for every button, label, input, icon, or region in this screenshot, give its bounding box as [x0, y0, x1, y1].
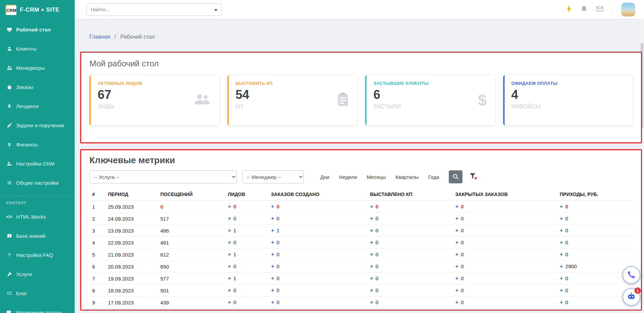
period-weeks-button[interactable]: Недели: [338, 172, 358, 182]
plus-icon[interactable]: +: [560, 299, 563, 305]
stat-card-frozen-clients[interactable]: ЗАСТЫВШИЕ КЛИЕНТЫ 6 ЗАСТЫЛИ $: [365, 75, 495, 125]
stat-card-awaiting-payment[interactable]: ОЖИДАЕМ ОПЛАТЫ 4 ИНВОЙСЫ: [503, 75, 633, 125]
stat-card-send-kp[interactable]: ВЫСТАВИТЬ КП 54 КП: [227, 75, 357, 125]
plus-icon[interactable]: +: [271, 204, 274, 210]
period-months-button[interactable]: Месяцы: [366, 172, 386, 182]
clipboard-icon: [337, 92, 349, 108]
plus-icon[interactable]: +: [228, 239, 231, 246]
debug-bolt-button[interactable]: [566, 5, 572, 14]
sidebar-item-managers[interactable]: Менеджеры: [0, 58, 75, 77]
plus-icon[interactable]: +: [228, 263, 231, 270]
plus-icon[interactable]: +: [455, 263, 458, 270]
sidebar-item-hints[interactable]: Управление подсказками: [0, 303, 75, 313]
dashboard-title: Мой рабочий стол: [89, 59, 641, 68]
global-search[interactable]: [86, 3, 222, 16]
plus-icon[interactable]: +: [228, 251, 231, 258]
apply-search-button[interactable]: [449, 170, 462, 183]
topbar-divider: [612, 5, 612, 14]
reset-filter-button[interactable]: [469, 173, 478, 181]
manager-select[interactable]: -- Менеджер --: [242, 170, 304, 183]
cell-visits: 440: [158, 309, 225, 311]
plus-icon[interactable]: +: [455, 204, 458, 210]
plus-icon[interactable]: +: [228, 275, 231, 282]
sidebar-item-landings[interactable]: Лендинги: [0, 96, 75, 116]
cell-leads: +0: [225, 297, 268, 309]
desktop-icon: [6, 27, 12, 32]
plus-icon[interactable]: +: [370, 251, 373, 258]
plus-icon[interactable]: +: [560, 275, 563, 282]
messages-button[interactable]: [596, 6, 603, 13]
plus-icon[interactable]: +: [560, 239, 563, 246]
plus-icon[interactable]: +: [370, 275, 373, 282]
sidebar-item-faq[interactable]: ? Настройка FAQ: [0, 245, 75, 264]
plus-icon[interactable]: +: [271, 275, 274, 282]
plus-icon[interactable]: +: [228, 204, 231, 210]
period-years-button[interactable]: Года: [428, 172, 440, 182]
brand[interactable]: CRM F-CRM + SITE: [0, 0, 75, 20]
plus-icon[interactable]: +: [370, 263, 373, 270]
breadcrumb-home-link[interactable]: Главная: [89, 34, 110, 40]
plus-icon[interactable]: +: [370, 287, 373, 294]
phone-icon: [627, 270, 636, 280]
plus-icon[interactable]: +: [560, 251, 563, 258]
plus-icon[interactable]: +: [271, 299, 274, 305]
cell-leads: +0: [225, 201, 268, 213]
card-label: ОЖИДАЕМ ОПЛАТЫ: [511, 81, 626, 86]
plus-icon[interactable]: +: [271, 216, 274, 222]
plus-icon[interactable]: +: [370, 239, 373, 246]
sidebar-item-orders[interactable]: Заказы: [0, 77, 75, 96]
cell-orders: +0: [268, 237, 367, 249]
plus-icon[interactable]: +: [370, 227, 373, 234]
sidebar-item-tasks[interactable]: Задачи и поручения: [0, 116, 75, 135]
plus-icon[interactable]: +: [271, 287, 274, 294]
cell-orders: +0: [268, 285, 367, 297]
plus-icon[interactable]: +: [560, 227, 563, 234]
card-label: АКТИВНЫХ ЛИДОВ: [98, 81, 212, 86]
sidebar-item-dashboard[interactable]: Рабочий стол: [0, 20, 75, 39]
cell-orders: +0: [268, 249, 367, 261]
plus-icon[interactable]: +: [271, 227, 274, 234]
plus-icon[interactable]: +: [455, 251, 458, 258]
plus-icon[interactable]: +: [370, 204, 373, 210]
plus-icon[interactable]: +: [455, 275, 458, 282]
sidebar-item-crm-settings[interactable]: Настройки CRM: [0, 154, 75, 173]
plus-icon[interactable]: +: [228, 287, 231, 294]
sidebar-item-clients[interactable]: Клиенты: [0, 39, 75, 58]
table-row: 3 23.09.2023 486 +1 +1 +0 +0 +0: [89, 225, 635, 237]
plus-icon[interactable]: +: [228, 299, 231, 305]
sidebar-item-finance[interactable]: $ Финансы: [0, 135, 75, 154]
plus-icon[interactable]: +: [370, 216, 373, 222]
plus-icon[interactable]: +: [228, 216, 231, 222]
user-avatar[interactable]: [621, 3, 635, 16]
service-select[interactable]: -- Услуга --: [89, 170, 237, 183]
stat-card-active-leads[interactable]: АКТИВНЫХ ЛИДОВ 67 ЛИДЫ: [89, 75, 219, 125]
plus-icon[interactable]: +: [271, 251, 274, 258]
plus-icon[interactable]: +: [455, 227, 458, 234]
plus-icon[interactable]: +: [455, 287, 458, 294]
sidebar-item-services[interactable]: Услуги: [0, 264, 75, 284]
plus-icon[interactable]: +: [560, 204, 563, 210]
plus-icon[interactable]: +: [560, 216, 563, 222]
plus-icon[interactable]: +: [271, 263, 274, 270]
period-days-button[interactable]: Дни: [320, 172, 330, 182]
search-input[interactable]: [87, 4, 222, 15]
sidebar-item-blog[interactable]: Блог: [0, 284, 75, 303]
sidebar-item-knowledge-base[interactable]: База знаний: [0, 226, 75, 245]
plus-icon[interactable]: +: [560, 263, 563, 270]
blog-icon: [6, 291, 12, 296]
plus-icon[interactable]: +: [455, 239, 458, 246]
chat-bot-button[interactable]: 1: [622, 288, 640, 306]
cell-index: 7: [89, 273, 105, 285]
plus-icon[interactable]: +: [455, 216, 458, 222]
plus-icon[interactable]: +: [228, 227, 231, 234]
period-quarters-button[interactable]: Кварталы: [395, 172, 419, 182]
plus-icon[interactable]: +: [560, 287, 563, 294]
plus-icon[interactable]: +: [455, 299, 458, 305]
viber-button[interactable]: [622, 266, 640, 284]
plus-icon[interactable]: +: [370, 299, 373, 305]
search-icon: [453, 173, 459, 181]
sidebar-item-general-settings[interactable]: Общие настройки: [0, 173, 75, 192]
sidebar-item-html-blocks[interactable]: </> HTML blocks: [0, 207, 75, 226]
notifications-button[interactable]: [581, 5, 587, 13]
plus-icon[interactable]: +: [271, 239, 274, 246]
